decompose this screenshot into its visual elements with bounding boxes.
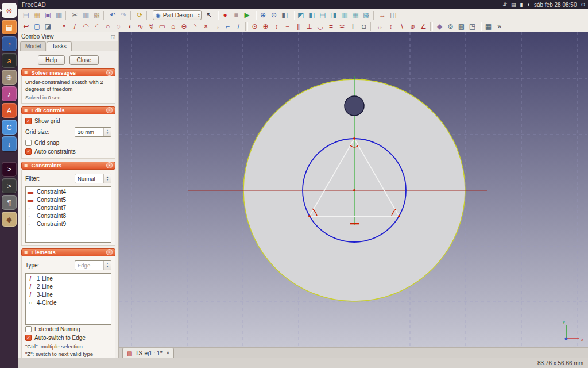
trim-edge-icon[interactable]: ×: [200, 21, 211, 32]
toolbar-overflow-icon[interactable]: »: [494, 21, 505, 32]
macro-play-icon[interactable]: ▶: [242, 10, 253, 20]
tab-close-icon[interactable]: ×: [167, 350, 169, 356]
constraints-filter-select[interactable]: Normal ▴ ▾: [75, 174, 111, 183]
measure-distance-icon[interactable]: ↔: [377, 10, 388, 20]
view-rear-icon[interactable]: ▥: [339, 10, 350, 20]
clone-icon[interactable]: ◳: [467, 21, 478, 32]
document-tab[interactable]: ▤ TS-ej1 : 1* ×: [122, 348, 174, 358]
hole-circle[interactable]: [345, 96, 364, 116]
constraint-item[interactable]: ▬ Constraint4: [27, 188, 110, 196]
constrain-horizontal-icon[interactable]: −: [282, 21, 293, 32]
toolbar-icon[interactable]: [216, 11, 219, 20]
constrain-equal-icon[interactable]: =: [326, 21, 336, 32]
constrain-distance-y-icon[interactable]: ↕: [385, 21, 396, 32]
launcher-wine[interactable]: ◆: [2, 212, 17, 227]
macro-stop-icon[interactable]: ■: [231, 10, 242, 20]
constraints-list[interactable]: ▬ Constraint4 ▬ Constraint5 ⌐ Cons: [25, 186, 111, 243]
element-item[interactable]: / 3-Line: [27, 291, 110, 299]
workbench-dropdown-arrows[interactable]: ▴ ▾: [196, 13, 200, 17]
constrain-point-on-object-icon[interactable]: ⊕: [260, 21, 271, 32]
constrain-lock-icon[interactable]: ◘: [358, 21, 369, 32]
launcher-files[interactable]: ▤: [2, 20, 17, 34]
whats-this-icon[interactable]: ↖: [204, 10, 215, 20]
new-document-icon[interactable]: ▤: [21, 10, 32, 20]
create-polyline-icon[interactable]: ↯: [146, 21, 157, 32]
constrain-block-icon[interactable]: I: [347, 21, 358, 32]
launcher-software-center[interactable]: A: [2, 103, 17, 118]
element-type-select[interactable]: Edge ▴ ▾: [75, 260, 111, 270]
grid-snap-checkbox[interactable]: Grid snap: [25, 139, 111, 147]
constrain-angle-icon[interactable]: ∠: [418, 21, 429, 32]
create-circle-icon[interactable]: ○: [102, 21, 113, 32]
redo-icon[interactable]: ↷: [118, 10, 129, 20]
create-slot-icon[interactable]: ⊖: [179, 21, 189, 32]
constrain-parallel-icon[interactable]: ∥: [293, 21, 304, 32]
appearance-icon[interactable]: ◫: [388, 10, 399, 20]
launcher-rhythmbox[interactable]: ♪: [2, 86, 17, 101]
toolbar-icon[interactable]: [55, 22, 57, 31]
create-conic-icon[interactable]: ◖: [124, 21, 135, 32]
clock[interactable]: sáb feb 28 08:50: [534, 2, 577, 8]
toolbar-icon[interactable]: [254, 11, 257, 20]
constrain-distance-icon[interactable]: ∖: [396, 21, 407, 32]
create-line-icon[interactable]: /: [69, 21, 80, 32]
create-arc-3pt-icon[interactable]: ◜: [91, 21, 102, 32]
view-sketch-plane-icon[interactable]: ▢: [32, 21, 42, 32]
tab-model[interactable]: Model: [20, 41, 46, 51]
edit-controls-header[interactable]: ▣ Edit controls ×: [21, 106, 115, 114]
zoom-fit-icon[interactable]: ⊕: [258, 10, 269, 20]
section-close-icon[interactable]: ×: [106, 70, 113, 76]
macro-record-icon[interactable]: ●: [220, 10, 231, 20]
constraint-item[interactable]: ⌐ Constraint7: [27, 204, 110, 212]
help-button[interactable]: Help: [38, 55, 65, 65]
create-circle-3pt-icon[interactable]: ◌: [113, 21, 124, 32]
element-item[interactable]: ○ 4-Circle: [27, 299, 110, 307]
grid-toggle-icon[interactable]: ▦: [483, 21, 494, 32]
indicator-keyboard-icon[interactable]: ⇵: [502, 2, 507, 7]
element-item[interactable]: / 1-Line: [27, 275, 110, 283]
section-close-icon[interactable]: ×: [106, 162, 113, 168]
view-front-icon[interactable]: ◧: [307, 10, 318, 20]
constrain-perpendicular-icon[interactable]: ⊥: [304, 21, 315, 32]
indicator-messages-icon[interactable]: ▤: [511, 2, 516, 7]
toolbar-icon[interactable]: [130, 11, 133, 20]
launcher-downloads[interactable]: ↓: [2, 136, 17, 151]
create-rectangle-icon[interactable]: ▭: [157, 21, 168, 32]
launcher-text-editor[interactable]: ¶: [2, 195, 17, 210]
toolbar-icon[interactable]: [430, 22, 433, 31]
launcher-item[interactable]: [2, 153, 17, 160]
workbench-selector[interactable]: ◉ Part Design ▴ ▾: [153, 10, 202, 20]
dropdown-arrows[interactable]: ▴ ▾: [103, 174, 111, 183]
element-item[interactable]: / 2-Line: [27, 283, 110, 291]
indicator-battery-icon[interactable]: ▮: [520, 2, 523, 7]
toolbar-icon[interactable]: [103, 11, 106, 20]
launcher-freecad[interactable]: ⊛: [2, 3, 17, 18]
solver-message[interactable]: Under-constrained sketch with 2 degrees …: [25, 79, 111, 93]
refresh-icon[interactable]: ⟳: [134, 10, 145, 20]
constraint-item[interactable]: ▬ Constraint5: [27, 196, 110, 204]
launcher-chromium[interactable]: C: [2, 120, 17, 135]
open-document-icon[interactable]: ▦: [32, 10, 42, 20]
toolbar-icon[interactable]: [370, 22, 373, 31]
constrain-tangent-icon[interactable]: ◡: [315, 21, 326, 32]
copy-icon[interactable]: ▥: [80, 10, 91, 20]
sketch-canvas[interactable]: x y: [119, 32, 588, 347]
constrain-symmetric-icon[interactable]: ≍: [336, 21, 347, 32]
auto-constraints-checkbox[interactable]: ✓ Auto constraints: [25, 147, 111, 156]
constrain-vertical-icon[interactable]: ↕: [271, 21, 282, 32]
indicator-sound-icon[interactable]: ◖: [527, 2, 530, 7]
select-origin-icon[interactable]: ⊚: [445, 21, 456, 32]
construction-mode-icon[interactable]: /: [233, 21, 244, 32]
toolbar-icon[interactable]: [292, 11, 295, 20]
view-bottom-icon[interactable]: ▦: [350, 10, 361, 20]
grid-size-input[interactable]: 10 mm ▴ ▾: [75, 127, 111, 137]
launcher-amazon[interactable]: a: [2, 53, 17, 68]
spinner-buttons[interactable]: ▴ ▾: [103, 128, 111, 136]
launcher-system-settings[interactable]: ⊕: [2, 70, 17, 85]
view-top-icon[interactable]: ▤: [318, 10, 328, 20]
print-icon[interactable]: ▥: [53, 10, 64, 20]
dropdown-arrows[interactable]: ▴ ▾: [103, 261, 111, 270]
zoom-selection-icon[interactable]: ⊙: [269, 10, 280, 20]
select-constraints-icon[interactable]: ▩: [456, 21, 467, 32]
create-point-icon[interactable]: •: [59, 21, 69, 32]
